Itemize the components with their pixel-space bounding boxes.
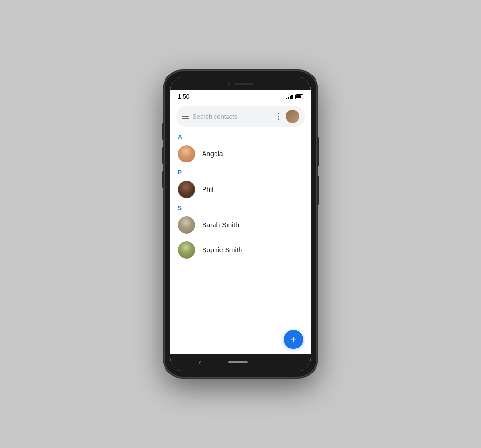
front-camera: [228, 82, 230, 85]
contact-item-angela[interactable]: Angela: [170, 141, 311, 166]
battery-icon: [295, 94, 303, 99]
avatar-angela: [178, 145, 195, 162]
avatar-sarah: [178, 216, 195, 234]
phone-device: 1:50: [164, 70, 317, 378]
speaker-grille: [234, 83, 253, 85]
contact-item-phil[interactable]: Phil: [170, 177, 311, 202]
avatar-sophie: [178, 241, 195, 259]
hamburger-menu-icon[interactable]: [182, 114, 189, 119]
user-avatar[interactable]: [286, 110, 299, 123]
app-content: Search contacts ⋮ A Angela: [170, 102, 311, 354]
search-bar[interactable]: Search contacts ⋮: [176, 106, 305, 127]
search-input[interactable]: Search contacts: [192, 113, 271, 120]
add-contact-fab[interactable]: +: [284, 330, 303, 349]
contact-name-sarah: Sarah Smith: [202, 221, 239, 229]
contact-item-sarah[interactable]: Sarah Smith: [170, 212, 311, 237]
phone-screen: 1:50: [170, 77, 311, 371]
add-icon: +: [291, 335, 296, 344]
more-options-icon[interactable]: ⋮: [275, 112, 282, 121]
contact-name-phil: Phil: [202, 186, 213, 193]
back-button[interactable]: ‹: [199, 359, 201, 366]
section-label-p: P: [170, 166, 311, 177]
signal-icon: [286, 94, 293, 99]
status-time: 1:50: [178, 93, 189, 100]
avatar-phil: [178, 181, 195, 198]
section-label-a: A: [170, 131, 311, 141]
status-icons: [286, 94, 303, 99]
contact-name-angela: Angela: [202, 150, 223, 158]
bottom-nav-bar: ‹: [170, 354, 311, 371]
contact-item-sophie[interactable]: Sophie Smith: [170, 237, 311, 262]
section-label-s: S: [170, 202, 311, 212]
fab-container: +: [284, 330, 303, 349]
home-indicator[interactable]: [228, 361, 248, 363]
contact-list: A Angela P Phil S: [170, 131, 311, 354]
status-bar: 1:50: [170, 90, 311, 102]
phone-top-bezel: [170, 77, 311, 90]
contact-name-sophie: Sophie Smith: [202, 246, 242, 254]
